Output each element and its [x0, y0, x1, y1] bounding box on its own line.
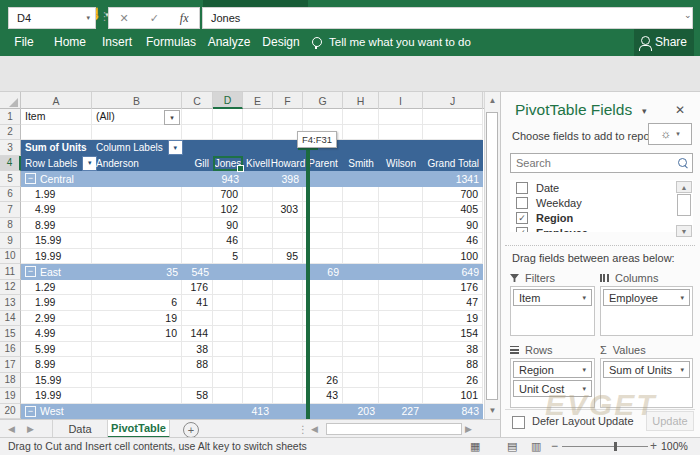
cell-B14[interactable]: 19	[92, 311, 182, 327]
cell-B18[interactable]	[92, 373, 182, 389]
cell-D11[interactable]	[213, 264, 243, 280]
cell-F11[interactable]	[273, 264, 303, 280]
cell-H20[interactable]: 203	[343, 404, 379, 420]
cell-J16[interactable]: 38	[423, 342, 483, 358]
cell-A9[interactable]: 15.99	[21, 233, 92, 249]
cell-B7[interactable]	[92, 202, 182, 218]
cell-C20[interactable]	[182, 404, 213, 420]
cell-B15[interactable]: 10	[92, 326, 182, 342]
cell-A16[interactable]: 5.99	[21, 342, 92, 358]
cell-E6[interactable]	[243, 187, 273, 203]
cell-F5[interactable]: 398	[273, 171, 303, 187]
cancel-entry-icon[interactable]: ✕	[119, 12, 128, 25]
cell-C14[interactable]	[182, 311, 213, 327]
cell-B6[interactable]	[92, 187, 182, 203]
field-checkbox[interactable]	[516, 197, 528, 209]
cell-J19[interactable]: 101	[423, 388, 483, 404]
cell-C8[interactable]	[182, 218, 213, 234]
row-header-1[interactable]: 1	[0, 109, 21, 125]
cell-B4[interactable]: Anderson	[92, 156, 182, 172]
cell-J4[interactable]: Grand Total	[423, 156, 483, 172]
cell-C7[interactable]	[182, 202, 213, 218]
hscroll-right-icon[interactable]: ▶	[465, 420, 472, 438]
chip-dropdown-icon[interactable]: ▾	[582, 366, 586, 374]
cell-B13[interactable]: 6	[92, 295, 182, 311]
area-box-rows[interactable]: Region▾Unit Cost▾	[510, 358, 595, 408]
row-header-13[interactable]: 13	[0, 295, 21, 311]
cell-I2[interactable]	[379, 125, 423, 141]
field-chip-sum-of-units[interactable]: Sum of Units▾	[603, 361, 690, 378]
expand-formula-bar-icon[interactable]: ⌄	[684, 10, 692, 20]
column-header-F[interactable]: F	[273, 92, 303, 109]
cell-F14[interactable]	[273, 311, 303, 327]
cell-E12[interactable]	[243, 280, 273, 296]
cell-B5[interactable]	[92, 171, 182, 187]
cell-A7[interactable]: 4.99	[21, 202, 92, 218]
cell-D12[interactable]	[213, 280, 243, 296]
cell-J6[interactable]: 700	[423, 187, 483, 203]
cell-C3[interactable]	[182, 140, 213, 156]
column-header-B[interactable]: B	[92, 92, 182, 109]
ribbon-tab-formulas[interactable]: Formulas	[146, 28, 196, 56]
cell-J15[interactable]: 154	[423, 326, 483, 342]
cell-E11[interactable]	[243, 264, 273, 280]
cell-E16[interactable]	[243, 342, 273, 358]
cell-F12[interactable]	[273, 280, 303, 296]
tools-button[interactable]: ☼ ▾	[648, 123, 692, 145]
field-checkbox[interactable]: ✓	[516, 212, 528, 224]
cell-A3[interactable]: Sum of Units	[21, 140, 92, 156]
cell-E18[interactable]	[243, 373, 273, 389]
cell-J9[interactable]: 46	[423, 233, 483, 249]
cell-H14[interactable]	[343, 311, 379, 327]
cell-D15[interactable]	[213, 326, 243, 342]
cell-D8[interactable]: 90	[213, 218, 243, 234]
column-header-J[interactable]: J	[423, 92, 483, 109]
tell-me-box[interactable]: Tell me what you want to do	[312, 28, 471, 56]
cell-A10[interactable]: 19.99	[21, 249, 92, 265]
cell-C13[interactable]: 41	[182, 295, 213, 311]
cell-F13[interactable]	[273, 295, 303, 311]
row-header-2[interactable]: 2	[0, 125, 21, 141]
cell-H17[interactable]	[343, 357, 379, 373]
cell-A11[interactable]: −East	[21, 264, 92, 280]
cell-H5[interactable]	[343, 171, 379, 187]
cell-I19[interactable]	[379, 388, 423, 404]
cell-I5[interactable]	[379, 171, 423, 187]
cell-I11[interactable]	[379, 264, 423, 280]
pane-options-icon[interactable]: ▾	[642, 106, 647, 116]
cell-A19[interactable]: 19.99	[21, 388, 92, 404]
cell-J14[interactable]: 19	[423, 311, 483, 327]
cell-C2[interactable]	[182, 125, 213, 141]
row-header-18[interactable]: 18	[0, 373, 21, 389]
cell-H3[interactable]	[343, 140, 379, 156]
cell-C5[interactable]	[182, 171, 213, 187]
cell-F19[interactable]	[273, 388, 303, 404]
confirm-entry-icon[interactable]: ✓	[150, 12, 159, 25]
cell-E5[interactable]	[243, 171, 273, 187]
row-header-9[interactable]: 9	[0, 233, 21, 249]
cell-E13[interactable]	[243, 295, 273, 311]
row-header-14[interactable]: 14	[0, 311, 21, 327]
cell-I15[interactable]	[379, 326, 423, 342]
row-header-16[interactable]: 16	[0, 342, 21, 358]
cell-C19[interactable]: 58	[182, 388, 213, 404]
cell-H7[interactable]	[343, 202, 379, 218]
cell-B3[interactable]: Column Labels▾	[92, 140, 182, 156]
cell-H9[interactable]	[343, 233, 379, 249]
cell-I20[interactable]: 227	[379, 404, 423, 420]
column-header-E[interactable]: E	[243, 92, 273, 109]
cell-I18[interactable]	[379, 373, 423, 389]
field-chip-region[interactable]: Region▾	[513, 361, 592, 378]
collapse-icon[interactable]: −	[25, 406, 36, 417]
formula-input[interactable]: Jones	[202, 7, 693, 29]
cell-H12[interactable]	[343, 280, 379, 296]
cell-A8[interactable]: 8.99	[21, 218, 92, 234]
cell-C4[interactable]: Gill	[182, 156, 213, 172]
cell-F1[interactable]	[273, 109, 303, 125]
cell-J11[interactable]: 649	[423, 264, 483, 280]
cell-H19[interactable]	[343, 388, 379, 404]
cell-E9[interactable]	[243, 233, 273, 249]
filter-dropdown-icon[interactable]: ▾	[164, 110, 180, 125]
field-checkbox[interactable]: ✓	[516, 227, 528, 233]
zoom-out-icon[interactable]: −	[551, 437, 558, 455]
